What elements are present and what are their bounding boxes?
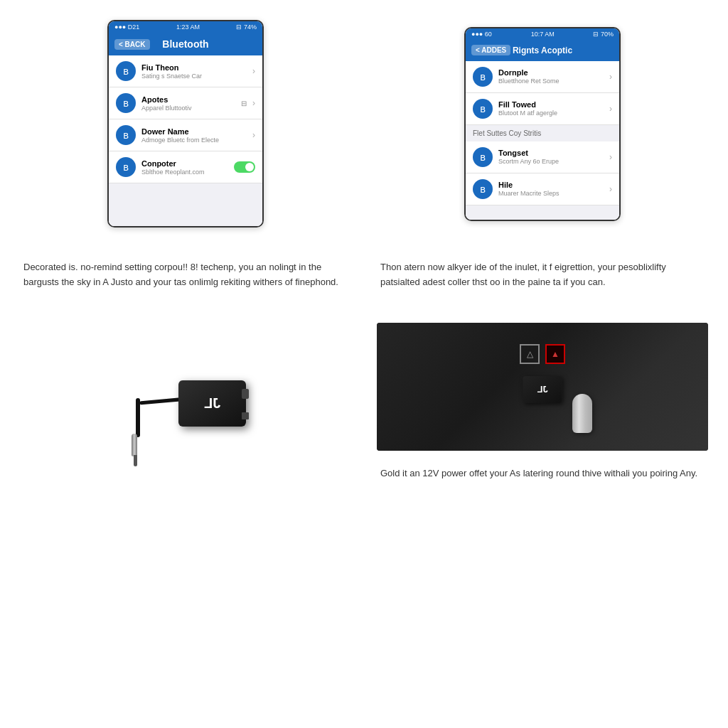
item-title: Hile [498, 181, 604, 189]
bluetooth-icon: ʙ [116, 61, 136, 81]
phone-right-container: ●●● 60 10:7 AM ⊟ 70% < ADDES Rignts Acop… [371, 14, 714, 233]
list-item[interactable]: ʙ Tongset Scortm Any 6o Erupe › [466, 141, 619, 173]
description-right-cell: Thon atern now alkyer ide of the inulet,… [371, 247, 714, 303]
phone-right-time: 10:7 AM [531, 31, 555, 38]
item-title: Fill Towed [498, 100, 604, 109]
list-item[interactable]: ʙ Hile Muarer Macrite Sleps › [466, 173, 619, 205]
phone-left-container: ●●● D21 1:23 AM ⊟ 74% < BACK Bluetooth ʙ… [14, 14, 357, 233]
item-subtitle: Sating s Snaetse Car [141, 73, 247, 80]
bluetooth-icon: ʙ [473, 179, 493, 199]
phone-left: ●●● D21 1:23 AM ⊟ 74% < BACK Bluetooth ʙ… [107, 20, 264, 228]
aux-plug-tip [134, 455, 137, 466]
item-text: Conpoter Sblthoe Reoplant.com [141, 159, 228, 176]
adapter-illustration: JL [100, 341, 271, 469]
micro-usb-port [242, 412, 249, 419]
car-caption: Gold it an 12V power offet your As later… [377, 459, 708, 488]
bluetooth-icon: ʙ [473, 67, 493, 87]
phone-right: ●●● 60 10:7 AM ⊟ 70% < ADDES Rignts Acop… [464, 27, 621, 221]
list-item[interactable]: ʙ Conpoter Sblthoe Reoplant.com [109, 151, 262, 183]
item-text: Apotes Apparel Bluttootiv [141, 95, 235, 112]
adapter-body: JL [178, 380, 246, 427]
item-subtitle: Admoge Bluetc from Electe [141, 136, 247, 144]
phone-right-battery: ⊟ 70% [593, 31, 614, 38]
bluetooth-icon: ʙ [116, 125, 136, 145]
chevron-icon: › [252, 66, 255, 76]
item-text: Tongset Scortm Any 6o Erupe [498, 149, 604, 165]
item-title: Tongset [498, 149, 604, 157]
device-in-car: JL [523, 376, 562, 403]
phone-left-signal: ●●● D21 [114, 23, 139, 31]
car-interior-image: △ ▲ JL [377, 323, 708, 451]
empty-area [109, 183, 262, 226]
chevron-icon: › [252, 130, 255, 140]
chevron-icon: › [609, 152, 612, 162]
item-title: Dower Name [141, 127, 247, 136]
phone-left-header: < BACK Bluetooth [109, 33, 262, 55]
item-subtitle: Scortm Any 6o Erupe [498, 158, 604, 165]
bluetooth-icon: ʙ [473, 147, 493, 167]
phone-right-body: ʙ Dornple Bluetthone Ret Some › ʙ Fill T… [466, 61, 619, 220]
section-header: Flet Suttes Coy Stritis [466, 125, 619, 141]
item-title: Fiu Theon [141, 63, 247, 72]
list-item[interactable]: ʙ Fiu Theon Sating s Snaetse Car › [109, 55, 262, 87]
description-right: Thon atern now alkyer ide of the inulet,… [377, 253, 708, 297]
device-logo: JL [537, 384, 547, 395]
warning-triangle-red: ▲ [545, 344, 565, 364]
phone-left-time: 1:23 AM [176, 23, 200, 31]
item-text: Dornple Bluetthone Ret Some [498, 68, 604, 85]
aux-plug-body [132, 434, 137, 456]
item-text: Fiu Theon Sating s Snaetse Car [141, 63, 247, 80]
phone-left-back-btn[interactable]: < BACK [114, 39, 150, 50]
description-left-cell: Decorated is. no-remind setting corpou!!… [14, 247, 357, 303]
list-item[interactable]: ʙ Apotes Apparel Bluttootiv ⊟ › [109, 87, 262, 119]
item-subtitle: Muarer Macrite Sleps [498, 190, 604, 197]
item-title: Apotes [141, 95, 235, 104]
phone-left-body: ʙ Fiu Theon Sating s Snaetse Car › ʙ Apo… [109, 55, 262, 226]
description-left: Decorated is. no-remind setting corpou!!… [20, 253, 351, 297]
car-image-cell: △ ▲ JL Gold it an 12V power offet your A… [371, 317, 714, 494]
item-subtitle: Apparel Bluttootiv [141, 105, 235, 112]
item-text: Hile Muarer Macrite Sleps [498, 181, 604, 197]
list-item[interactable]: ʙ Dower Name Admoge Bluetc from Electe › [109, 119, 262, 151]
item-subtitle: Bluetthone Ret Some [498, 77, 604, 85]
warning-triangle-outline: △ [520, 344, 540, 364]
phone-right-header: < ADDES Rignts Acoptic [466, 40, 619, 61]
chevron-icon: › [252, 98, 255, 108]
warning-buttons: △ ▲ [520, 344, 565, 364]
chevron-icon: › [609, 72, 612, 82]
item-subtitle: Sblthoe Reoplant.com [141, 168, 228, 176]
gear-knob [572, 394, 592, 433]
adapter-image-cell: JL [14, 317, 357, 494]
empty-area [466, 205, 619, 220]
item-subtitle: Blutoot M atf agergle [498, 109, 604, 117]
item-text: Fill Towed Blutoot M atf agergle [498, 100, 604, 117]
phone-left-status-bar: ●●● D21 1:23 AM ⊟ 74% [109, 21, 262, 33]
bluetooth-icon: ʙ [473, 99, 493, 119]
phone-right-back-btn[interactable]: < ADDES [471, 45, 510, 55]
item-title: Dornple [498, 68, 604, 77]
console-area: △ ▲ JL [486, 341, 599, 433]
bluetooth-icon: ʙ [116, 157, 136, 177]
item-title: Conpoter [141, 159, 228, 168]
chevron-icon: › [609, 184, 612, 194]
cable-vertical [136, 398, 140, 437]
bluetooth-icon: ʙ [116, 93, 136, 113]
paired-icon: ⊟ [241, 100, 247, 107]
phone-right-signal: ●●● 60 [471, 31, 492, 38]
list-item[interactable]: ʙ Fill Towed Blutoot M atf agergle › [466, 93, 619, 125]
list-item[interactable]: ʙ Dornple Bluetthone Ret Some › [466, 61, 619, 93]
usb-port [242, 389, 249, 399]
toggle-switch[interactable] [234, 161, 255, 173]
phone-right-status-bar: ●●● 60 10:7 AM ⊟ 70% [466, 28, 619, 40]
adapter-logo: JL [204, 395, 220, 412]
phone-left-battery: ⊟ 74% [236, 23, 257, 31]
item-text: Dower Name Admoge Bluetc from Electe [141, 127, 247, 144]
chevron-icon: › [609, 104, 612, 114]
